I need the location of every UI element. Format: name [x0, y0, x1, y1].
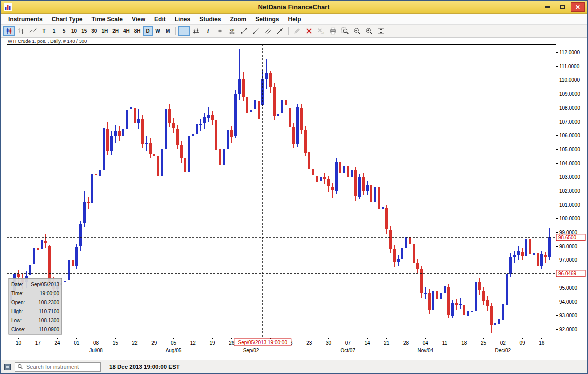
delete-line-button[interactable]: [304, 26, 315, 36]
candle: [525, 239, 528, 256]
interval-monthly-button[interactable]: M: [164, 26, 173, 36]
x-axis-month-label: Aug/05: [166, 348, 182, 353]
chart-area[interactable]: 92.000093.000094.000095.000096.000097.00…: [1, 38, 587, 360]
interval-8h-button[interactable]: 8H: [132, 26, 143, 36]
trendline-icon: [240, 27, 248, 35]
candle: [165, 109, 168, 149]
tick-interval-button[interactable]: T: [40, 26, 49, 36]
candle: [161, 149, 164, 176]
candle: [138, 119, 140, 123]
x-axis-week-label: 11: [442, 340, 448, 346]
interval-4h-button[interactable]: 4H: [122, 26, 132, 36]
search-input[interactable]: [26, 363, 98, 370]
interval-weekly-button[interactable]: W: [154, 26, 163, 36]
zoom-in-button[interactable]: [364, 26, 375, 36]
menu-item-studies[interactable]: Studies: [195, 15, 226, 24]
interval-daily-button[interactable]: D: [144, 26, 153, 36]
maximize-icon: [560, 5, 566, 9]
arrow-line-tool-button[interactable]: [274, 26, 286, 36]
line-type-button[interactable]: [28, 26, 39, 36]
y-axis-label: 104.0000: [560, 161, 580, 166]
candle: [130, 107, 132, 109]
candle: [324, 177, 326, 179]
zoom-area-button[interactable]: [340, 26, 351, 36]
interval-2h-button[interactable]: 2H: [110, 26, 121, 36]
candle: [482, 291, 485, 301]
candle: [494, 323, 496, 325]
print-button[interactable]: [328, 26, 339, 36]
interval-4h-label: 4H: [124, 28, 130, 34]
candle: [358, 177, 361, 197]
interval-1h-button[interactable]: 1H: [100, 26, 110, 36]
candle: [304, 130, 307, 153]
zoom-out-button[interactable]: [352, 26, 363, 36]
candle: [91, 174, 94, 204]
toolbar-separator: [176, 27, 176, 35]
candle: [463, 305, 466, 315]
crosshair-tool-button[interactable]: [178, 26, 190, 36]
minimize-button[interactable]: [541, 2, 555, 12]
menu-item-zoom[interactable]: Zoom: [226, 15, 251, 24]
edit-lines-button[interactable]: [292, 26, 303, 36]
candle: [242, 79, 245, 97]
titlebar[interactable]: NetDania FinanceChart ✕: [1, 1, 587, 14]
candle: [184, 158, 186, 172]
volume-toggle-button[interactable]: vol: [226, 26, 238, 36]
svg-text:i: i: [207, 28, 209, 34]
ray-line-tool-button[interactable]: [250, 26, 262, 36]
tooltip-row-value: 110.0900: [39, 327, 60, 332]
candle: [238, 79, 241, 94]
interval-1-button[interactable]: 1: [50, 26, 59, 36]
fitscale-icon: [378, 27, 385, 35]
fit-price-scale-button[interactable]: [376, 26, 387, 36]
delete-all-lines-button[interactable]: all: [316, 26, 327, 36]
menu-item-edit[interactable]: Edit: [150, 15, 170, 24]
scroll-tool-button[interactable]: [214, 26, 226, 36]
info-tool-button[interactable]: i: [202, 26, 214, 36]
trendline-tool-button[interactable]: [238, 26, 250, 36]
menu-item-chart-type[interactable]: Chart Type: [48, 15, 88, 24]
interval-30-button[interactable]: 30: [90, 26, 99, 36]
candle: [432, 291, 434, 310]
candle: [126, 110, 128, 129]
bar-type-button[interactable]: [16, 26, 27, 36]
menu-item-instruments[interactable]: Instruments: [4, 15, 48, 24]
menu-item-settings[interactable]: Settings: [251, 15, 284, 24]
candle: [300, 108, 303, 130]
menu-item-lines[interactable]: Lines: [170, 15, 195, 24]
candle: [296, 107, 299, 144]
candle: [254, 100, 256, 109]
candle: [544, 255, 547, 257]
close-button[interactable]: ✕: [571, 2, 585, 12]
interval-15-button[interactable]: 15: [80, 26, 89, 36]
x-axis-week-label: 22: [132, 340, 138, 346]
candle: [289, 108, 292, 127]
x-axis-month-label: Dec/02: [495, 348, 511, 353]
interval-daily-label: D: [146, 28, 150, 34]
interval-5-label: 5: [63, 28, 66, 34]
candle: [398, 259, 400, 262]
channel-tool-button[interactable]: [262, 26, 274, 36]
candlestick-type-button[interactable]: [4, 26, 15, 36]
price-chart[interactable]: 92.000093.000094.000095.000096.000097.00…: [1, 38, 587, 360]
x-axis-week-label: 18: [462, 340, 468, 346]
candle: [266, 73, 268, 79]
grid-toggle-button[interactable]: [190, 26, 202, 36]
instrument-status-icon: [4, 364, 11, 370]
candle: [428, 293, 431, 310]
menu-item-time-scale[interactable]: Time Scale: [87, 15, 127, 24]
menu-item-help[interactable]: Help: [284, 15, 306, 24]
candle: [370, 185, 372, 202]
interval-10-label: 10: [72, 28, 77, 34]
interval-10-button[interactable]: 10: [70, 26, 79, 36]
candle: [351, 170, 354, 177]
candle: [285, 100, 288, 105]
candle: [68, 260, 70, 280]
candle: [118, 131, 121, 135]
maximize-button[interactable]: [556, 2, 570, 12]
x-axis-week-label: 14: [364, 340, 370, 346]
interval-5-button[interactable]: 5: [60, 26, 69, 36]
search-box[interactable]: [15, 362, 101, 372]
menu-item-view[interactable]: View: [128, 15, 150, 24]
y-axis-label: 110.0000: [560, 77, 580, 83]
